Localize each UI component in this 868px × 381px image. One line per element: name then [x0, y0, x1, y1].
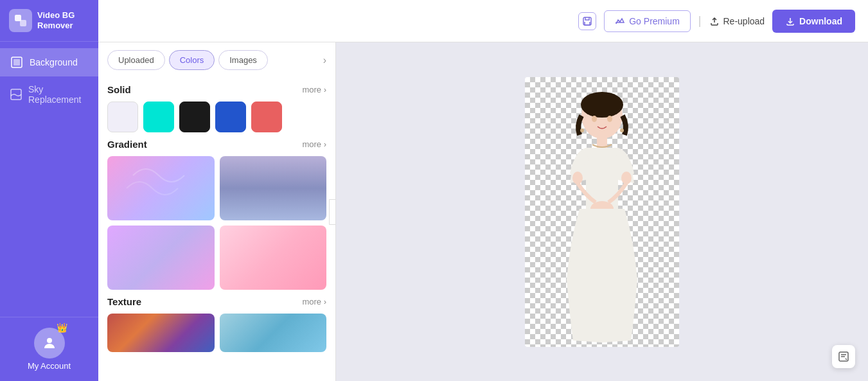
premium-label: Go Premium [629, 16, 680, 26]
account-section[interactable]: 👑 My Account [0, 317, 98, 381]
sidebar-item-sky-label: Sky Replacement [28, 84, 88, 105]
sidebar-item-sky-replacement[interactable]: Sky Replacement [0, 76, 98, 112]
preview-frame [525, 77, 679, 347]
svg-point-13 [592, 116, 597, 122]
save-icon-button[interactable] [578, 12, 596, 30]
tab-uploaded[interactable]: Uploaded [107, 50, 165, 70]
solid-section-header: Solid more › [107, 84, 326, 95]
go-premium-button[interactable]: Go Premium [604, 10, 691, 32]
swatch-coral[interactable] [251, 102, 282, 132]
svg-point-8 [581, 92, 623, 118]
gradient-more-link[interactable]: more › [302, 139, 326, 149]
texture-thumb-1[interactable] [107, 314, 215, 352]
svg-point-16 [620, 128, 624, 132]
texture-grid [107, 314, 326, 352]
svg-point-15 [580, 128, 584, 132]
texture-thumb-2[interactable] [220, 314, 327, 352]
header-divider: | [698, 14, 702, 28]
reupload-button[interactable]: Re-upload [709, 16, 765, 26]
gradient-title: Gradient [107, 139, 147, 150]
logo-icon [9, 9, 32, 32]
feedback-button[interactable] [832, 345, 855, 368]
main-content: Go Premium | Re-upload Download Uploaded… [98, 0, 868, 381]
logo-area: Video BG Remover [0, 0, 98, 42]
sky-icon [10, 88, 22, 101]
texture-title: Texture [107, 296, 141, 307]
tab-colors[interactable]: Colors [169, 50, 215, 70]
nav-items: Background Sky Replacement [0, 42, 98, 317]
tab-images[interactable]: Images [218, 50, 268, 70]
solid-more-link[interactable]: more › [302, 85, 326, 94]
svg-point-14 [607, 116, 612, 122]
texture-section-header: Texture more › [107, 296, 326, 307]
gradient-thumb-3[interactable] [107, 226, 215, 290]
sidebar-item-background-label: Background [30, 57, 78, 67]
canvas-area [336, 42, 868, 381]
download-label: Download [799, 16, 842, 26]
gradient-grid [107, 156, 326, 290]
svg-rect-1 [20, 20, 26, 26]
svg-rect-0 [15, 15, 21, 21]
tabs-more-arrow[interactable]: › [323, 55, 326, 66]
swatch-white-lavender[interactable] [107, 102, 138, 132]
sidebar-item-background[interactable]: Background [0, 48, 98, 76]
solid-title: Solid [107, 84, 131, 95]
solid-swatches [107, 102, 326, 132]
avatar-wrap: 👑 [34, 328, 65, 359]
gradient-thumb-1[interactable] [107, 156, 215, 220]
gradient-thumb-2[interactable] [220, 156, 327, 220]
person-silhouette [525, 77, 679, 347]
svg-rect-3 [13, 59, 20, 66]
header: Go Premium | Re-upload Download [98, 0, 868, 42]
crown-icon: 👑 [57, 323, 67, 333]
svg-point-10 [572, 172, 583, 184]
swatch-cyan[interactable] [143, 102, 174, 132]
panel-tabs: Uploaded Colors Images › [98, 42, 335, 78]
swatch-black[interactable] [179, 102, 210, 132]
download-button[interactable]: Download [772, 10, 855, 33]
svg-point-11 [621, 172, 632, 184]
reupload-label: Re-upload [723, 16, 765, 26]
sidebar: Video BG Remover Background Sky Replacem… [0, 0, 98, 381]
panel: Uploaded Colors Images › Solid more › [98, 42, 336, 381]
svg-point-5 [47, 338, 52, 343]
texture-more-link[interactable]: more › [302, 297, 326, 306]
app-title: Video BG Remover [37, 10, 75, 30]
panel-collapse-handle[interactable]: ‹ [329, 199, 336, 225]
background-icon [10, 56, 23, 69]
account-label: My Account [28, 361, 71, 371]
gradient-section-header: Gradient more › [107, 139, 326, 150]
gradient-thumb-4[interactable] [220, 226, 327, 290]
panel-body: Solid more › Gradient more › [98, 78, 335, 381]
swatch-blue[interactable] [215, 102, 246, 132]
content-row: Uploaded Colors Images › Solid more › [98, 42, 868, 381]
svg-rect-9 [597, 135, 607, 148]
